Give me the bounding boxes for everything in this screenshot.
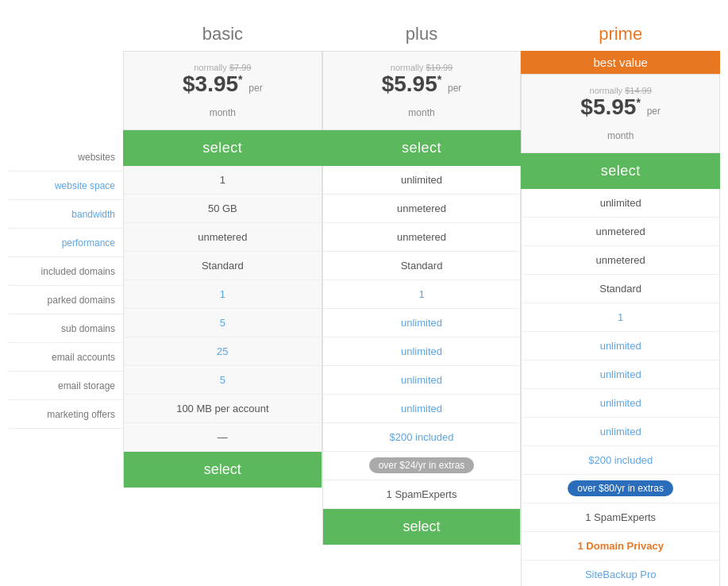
prime-price: $5.95* permonth	[580, 95, 661, 145]
basic-bandwidth: unmetered	[123, 223, 322, 252]
pricing-wrapper: websites website space bandwidth perform…	[8, 16, 720, 586]
basic-title: basic	[123, 16, 322, 51]
prime-email-accounts: unlimited	[521, 389, 720, 418]
plus-performance: Standard	[322, 252, 522, 280]
basic-included-domains: 1	[123, 280, 322, 309]
labels-column: websites website space bandwidth perform…	[8, 16, 123, 429]
basic-select-bottom[interactable]: select	[123, 452, 322, 488]
label-website-space: website space	[8, 172, 123, 200]
plus-select-top[interactable]: select	[322, 130, 522, 166]
prime-select-top[interactable]: select	[521, 153, 720, 189]
label-websites: websites	[8, 143, 123, 172]
prime-extra3: SiteBackup Pro	[521, 561, 720, 586]
basic-website-space: 50 GB	[123, 195, 322, 223]
basic-email-accounts: 5	[123, 366, 322, 395]
plus-sub-domains: unlimited	[322, 337, 522, 366]
basic-select-top[interactable]: select	[123, 130, 322, 166]
plan-prime: prime best value normally $14.99 $5.95* …	[521, 16, 720, 586]
prime-title: prime	[521, 16, 720, 51]
plus-parked-domains: unlimited	[322, 309, 522, 337]
plus-extras-badge: over $24/yr in extras	[369, 457, 475, 473]
prime-extra1: 1 SpamExperts	[521, 503, 720, 532]
plus-star: *	[437, 73, 441, 86]
prime-bandwidth: unmetered	[521, 246, 720, 275]
prime-website-space: unmetered	[521, 218, 720, 246]
basic-sub-domains: 25	[123, 337, 322, 366]
plus-select-bottom[interactable]: select	[322, 509, 522, 545]
prime-websites: unlimited	[521, 189, 720, 218]
label-parked-domains: parked domains	[8, 286, 123, 314]
plus-title: plus	[322, 16, 522, 51]
prime-marketing-offers: $200 included	[521, 446, 720, 475]
prime-star: *	[636, 96, 640, 109]
plus-email-storage: unlimited	[322, 395, 522, 423]
basic-price: $3.95* permonth	[183, 72, 263, 121]
label-email-accounts: email accounts	[8, 343, 123, 372]
plus-price-box: normally $10.99 $5.95* permonth	[322, 51, 522, 130]
label-included-domains: included domains	[8, 257, 123, 286]
plus-marketing-offers: $200 included	[322, 423, 522, 452]
plans-area: basic normally $7.99 $3.95* permonth sel…	[123, 16, 720, 586]
prime-banner: best value	[521, 51, 720, 74]
prime-performance: Standard	[521, 275, 720, 303]
prime-extra2: 1 Domain Privacy	[521, 532, 720, 561]
plan-plus: plus normally $10.99 $5.95* permonth sel…	[322, 16, 522, 545]
basic-performance: Standard	[123, 252, 322, 280]
prime-parked-domains: unlimited	[521, 332, 720, 360]
basic-price-box: normally $7.99 $3.95* permonth	[123, 51, 322, 130]
plus-email-accounts: unlimited	[322, 366, 522, 395]
label-marketing-offers: marketing offers	[8, 400, 123, 429]
plus-price: $5.95* permonth	[382, 72, 462, 121]
prime-included-domains: 1	[521, 303, 720, 332]
prime-sub-domains: unlimited	[521, 360, 720, 389]
plus-included-domains: 1	[322, 280, 522, 309]
plus-websites: unlimited	[322, 166, 522, 195]
basic-star: *	[238, 73, 242, 86]
basic-marketing-offers: —	[123, 423, 322, 452]
label-bandwidth: bandwidth	[8, 200, 123, 229]
prime-extras-badge: over $80/yr in extras	[568, 480, 673, 496]
plus-website-space: unmetered	[322, 195, 522, 223]
label-sub-domains: sub domains	[8, 314, 123, 343]
prime-badge-row: over $80/yr in extras	[521, 475, 720, 503]
basic-email-storage: 100 MB per account	[123, 395, 322, 423]
prime-email-storage: unlimited	[521, 418, 720, 446]
label-email-storage: email storage	[8, 372, 123, 400]
plus-bandwidth: unmetered	[322, 223, 522, 252]
basic-websites: 1	[123, 166, 322, 195]
prime-price-box: normally $14.99 $5.95* permonth	[521, 74, 720, 153]
plus-badge-row: over $24/yr in extras	[322, 452, 522, 480]
basic-parked-domains: 5	[123, 309, 322, 337]
plan-basic: basic normally $7.99 $3.95* permonth sel…	[123, 16, 322, 488]
label-performance: performance	[8, 229, 123, 257]
plus-extra1: 1 SpamExperts	[322, 480, 522, 509]
